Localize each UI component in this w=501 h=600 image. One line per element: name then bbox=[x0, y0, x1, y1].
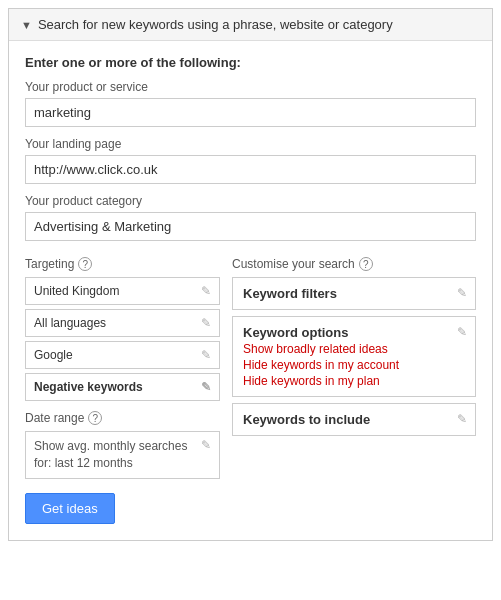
targeting-help-icon[interactable]: ? bbox=[78, 257, 92, 271]
keyword-options-title: Keyword options bbox=[243, 325, 348, 340]
landing-label: Your landing page bbox=[25, 137, 476, 151]
two-column-section: Targeting ? United Kingdom ✎ All languag… bbox=[25, 257, 476, 479]
keyword-filters-panel[interactable]: Keyword filters ✎ bbox=[232, 277, 476, 310]
search-section-header[interactable]: ▼ Search for new keywords using a phrase… bbox=[9, 9, 492, 41]
keywords-include-edit-icon[interactable]: ✎ bbox=[457, 412, 467, 426]
product-label: Your product or service bbox=[25, 80, 476, 94]
date-range-text: Show avg. monthly searches for: last 12 … bbox=[34, 438, 187, 472]
customise-column: Customise your search ? Keyword filters … bbox=[232, 257, 476, 479]
category-label: Your product category bbox=[25, 194, 476, 208]
date-range-label: Date range ? bbox=[25, 411, 220, 425]
hide-account-link[interactable]: Hide keywords in my account bbox=[243, 358, 465, 372]
date-range-box[interactable]: Show avg. monthly searches for: last 12 … bbox=[25, 431, 220, 479]
keyword-options-edit-icon[interactable]: ✎ bbox=[457, 325, 467, 339]
get-ideas-button[interactable]: Get ideas bbox=[25, 493, 115, 524]
keyword-filters-title: Keyword filters bbox=[243, 286, 337, 301]
targeting-country-label: United Kingdom bbox=[34, 284, 119, 298]
targeting-negative-keywords[interactable]: Negative keywords ✎ bbox=[25, 373, 220, 401]
broadly-related-link[interactable]: Show broadly related ideas bbox=[243, 342, 465, 356]
main-container: ▼ Search for new keywords using a phrase… bbox=[8, 8, 493, 541]
collapse-arrow-icon: ▼ bbox=[21, 19, 32, 31]
targeting-country-edit-icon[interactable]: ✎ bbox=[201, 284, 211, 298]
keyword-options-panel: ✎ Keyword options Show broadly related i… bbox=[232, 316, 476, 397]
date-range-section: Date range ? Show avg. monthly searches … bbox=[25, 411, 220, 479]
keywords-include-panel[interactable]: Keywords to include ✎ bbox=[232, 403, 476, 436]
targeting-network-label: Google bbox=[34, 348, 73, 362]
product-input[interactable] bbox=[25, 98, 476, 127]
targeting-label: Targeting ? bbox=[25, 257, 220, 271]
customise-help-icon[interactable]: ? bbox=[359, 257, 373, 271]
targeting-network[interactable]: Google ✎ bbox=[25, 341, 220, 369]
targeting-language[interactable]: All languages ✎ bbox=[25, 309, 220, 337]
landing-input[interactable] bbox=[25, 155, 476, 184]
targeting-negative-edit-icon[interactable]: ✎ bbox=[201, 380, 211, 394]
form-content: Enter one or more of the following: Your… bbox=[9, 41, 492, 540]
category-input[interactable] bbox=[25, 212, 476, 241]
hide-plan-link[interactable]: Hide keywords in my plan bbox=[243, 374, 465, 388]
targeting-language-label: All languages bbox=[34, 316, 106, 330]
customise-label: Customise your search ? bbox=[232, 257, 476, 271]
header-title: Search for new keywords using a phrase, … bbox=[38, 17, 393, 32]
keyword-filters-edit-icon[interactable]: ✎ bbox=[457, 286, 467, 300]
targeting-network-edit-icon[interactable]: ✎ bbox=[201, 348, 211, 362]
date-range-help-icon[interactable]: ? bbox=[88, 411, 102, 425]
targeting-column: Targeting ? United Kingdom ✎ All languag… bbox=[25, 257, 220, 479]
targeting-negative-label: Negative keywords bbox=[34, 380, 143, 394]
date-range-edit-icon[interactable]: ✎ bbox=[201, 438, 211, 452]
targeting-country[interactable]: United Kingdom ✎ bbox=[25, 277, 220, 305]
targeting-language-edit-icon[interactable]: ✎ bbox=[201, 316, 211, 330]
keywords-include-title: Keywords to include bbox=[243, 412, 370, 427]
form-instruction: Enter one or more of the following: bbox=[25, 55, 476, 70]
